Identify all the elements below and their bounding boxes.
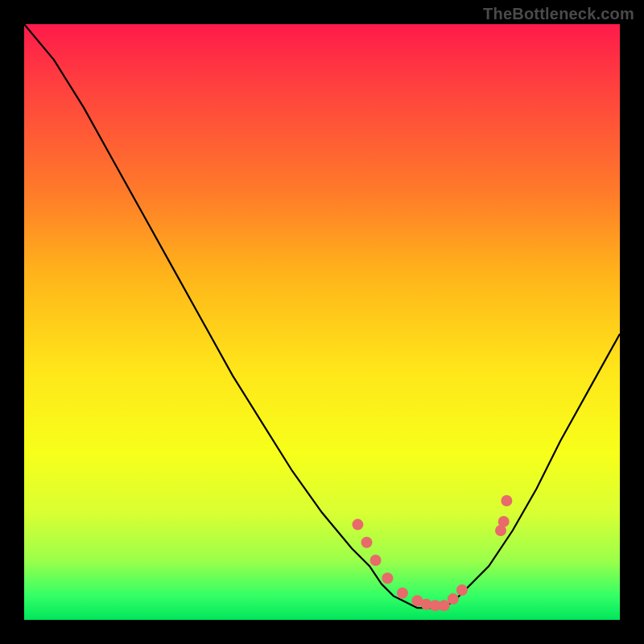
curve-marker — [456, 584, 468, 596]
curve-marker — [498, 516, 510, 527]
watermark-text: TheBottleneck.com — [483, 5, 634, 23]
chart-plot-area — [24, 24, 620, 620]
curve-marker — [448, 593, 459, 605]
curve-marker — [382, 572, 393, 584]
curve-marker — [361, 537, 373, 548]
bottleneck-chart-svg — [24, 24, 620, 620]
curve-marker — [370, 555, 382, 566]
curve-marker — [352, 519, 363, 530]
curve-marker — [397, 588, 408, 599]
curve-marker — [501, 495, 512, 506]
curve-markers — [352, 495, 512, 611]
bottleneck-curve — [24, 24, 620, 608]
